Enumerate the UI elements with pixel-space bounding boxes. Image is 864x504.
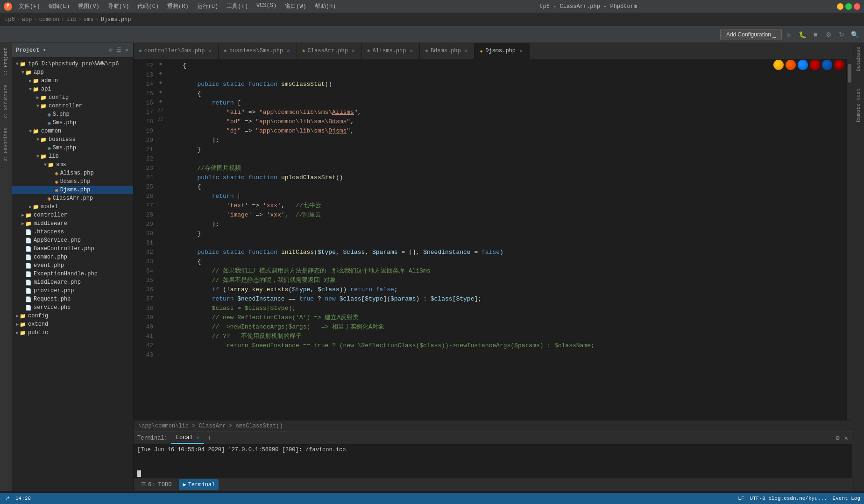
tree-app[interactable]: ▼ 📁 app: [12, 68, 133, 77]
minimize-button[interactable]: [837, 3, 843, 10]
project-close-icon[interactable]: ✕: [124, 46, 129, 55]
tree-config-root[interactable]: ▶ 📁 config: [12, 312, 133, 320]
tab-close-icon[interactable]: ✕: [286, 47, 291, 54]
terminal-close-icon[interactable]: ✕: [196, 435, 199, 441]
tab-close-icon[interactable]: ✕: [518, 48, 524, 55]
tree-admin[interactable]: ▶ 📁 admin: [12, 77, 133, 85]
tree-alisms[interactable]: ▶ ◉ Alisms.php: [12, 169, 133, 177]
browser6-icon[interactable]: [834, 60, 844, 70]
firefox-icon[interactable]: [786, 60, 796, 70]
menu-code[interactable]: 代码(C): [134, 1, 163, 11]
tree-controller[interactable]: ▼ 📁 controller: [12, 102, 133, 110]
toolbar: Add Configuration _ ▶ 🐛 ■ ⚙ ↻ 🔍: [0, 26, 864, 43]
remote-host-panel-tab[interactable]: Remote Host: [853, 84, 864, 126]
tab-alisms[interactable]: ◉ Alisms.php ✕: [362, 43, 420, 59]
activity-favorites[interactable]: 2: Favorites: [1, 125, 10, 164]
tree-basecontroller[interactable]: ▶ 📄 BaseController.php: [12, 245, 133, 253]
tab-close-icon[interactable]: ✕: [207, 47, 212, 54]
breadcrumb-lib[interactable]: lib: [66, 16, 77, 23]
update-button[interactable]: ↻: [836, 29, 847, 40]
menu-run[interactable]: 运行(U): [193, 1, 222, 11]
terminal-close-panel-icon[interactable]: ✕: [844, 434, 848, 442]
tree-event-php[interactable]: ▶ 📄 event.php: [12, 261, 133, 270]
tree-extend[interactable]: ▶ 📁 extend: [12, 320, 133, 329]
activity-structure[interactable]: Z: Structure: [1, 82, 10, 121]
bottom-tab-todo[interactable]: ☰ 6: TODO: [137, 479, 175, 490]
tree-htaccess[interactable]: ▶ 📄 .htaccess: [12, 228, 133, 236]
menu-refactor[interactable]: 重构(R): [163, 1, 192, 11]
bottom-tab-terminal[interactable]: ▶ Terminal: [179, 479, 219, 490]
breadcrumb-common[interactable]: common: [39, 16, 59, 23]
event-log-label[interactable]: Event Log: [833, 496, 860, 501]
status-encoding: UTF-8 blog.csdn.ne/kyu...: [750, 496, 827, 501]
tree-lib[interactable]: ▼ 📁 lib: [12, 152, 133, 161]
tab-bdsms[interactable]: ◉ Bdsms.php ✕: [420, 43, 474, 59]
terminal-settings-icon[interactable]: ⚙: [836, 434, 839, 442]
build-button[interactable]: ⚙: [823, 29, 834, 40]
menu-help[interactable]: 帮助(H): [311, 1, 340, 11]
activity-project[interactable]: 1: Project: [1, 45, 10, 78]
tree-provider-php[interactable]: ▶ 📄 provider.php: [12, 287, 133, 295]
tree-common[interactable]: ▼ 📁 common: [12, 127, 133, 135]
tree-appservice[interactable]: ▶ 📄 AppService.php: [12, 236, 133, 245]
editor-scrollbar[interactable]: [846, 59, 852, 420]
edge-icon[interactable]: [798, 60, 808, 70]
ie-icon[interactable]: [822, 60, 832, 70]
project-cog-icon[interactable]: ⚙: [108, 46, 113, 55]
tree-request-php[interactable]: ▶ 📄 Request.php: [12, 295, 133, 303]
tree-classarr[interactable]: ▶ ◉ ClassArr.php: [12, 194, 133, 203]
tree-controller2[interactable]: ▶ 📁 controller: [12, 211, 133, 219]
breadcrumb-file[interactable]: Djsms.php: [101, 16, 131, 23]
menu-view[interactable]: 视图(V): [74, 1, 103, 11]
debug-button[interactable]: 🐛: [797, 29, 808, 40]
close-button[interactable]: [854, 3, 860, 10]
database-panel-tab[interactable]: Database: [853, 43, 864, 75]
breadcrumb-sms[interactable]: sms: [84, 16, 94, 23]
terminal-tab-local[interactable]: Local ✕: [171, 433, 204, 444]
tree-sms-php[interactable]: ▶ ◉ Sms.php: [12, 119, 133, 127]
tree-busniess[interactable]: ▼ 📁 busniess: [12, 135, 133, 144]
tree-s-php[interactable]: ▶ ◉ S.php: [12, 110, 133, 119]
chrome-icon[interactable]: [773, 60, 784, 70]
tree-exception-php[interactable]: ▶ 📄 ExceptionHandle.php: [12, 270, 133, 278]
menu-vcs[interactable]: VCS(S): [253, 1, 280, 11]
tab-controller-sms[interactable]: ◉ controller\Sms.php ✕: [134, 43, 219, 59]
tree-bdsms[interactable]: ▶ ◉ Bdsms.php: [12, 177, 133, 186]
tree-api[interactable]: ▼ 📁 api: [12, 85, 133, 93]
tab-busniess-sms[interactable]: ◉ busniess\Sms.php ✕: [219, 43, 297, 59]
tree-model[interactable]: ▶ 📁 model: [12, 203, 133, 211]
tab-close-icon[interactable]: ✕: [464, 47, 469, 54]
breadcrumb-app[interactable]: app: [22, 16, 32, 23]
maximize-button[interactable]: [845, 3, 852, 10]
tab-classarr[interactable]: ◉ ClassArr.php ✕: [297, 43, 362, 59]
menu-nav[interactable]: 导航(N): [104, 1, 133, 11]
tree-service-php[interactable]: ▶ 📄 service.php: [12, 303, 133, 312]
tree-root[interactable]: ▼ 📁 tp6 D:\phpstudy_pro\WWW\tp6: [12, 60, 133, 68]
tree-middleware[interactable]: ▶ 📁 middleware: [12, 219, 133, 228]
tab-close-icon[interactable]: ✕: [409, 47, 414, 54]
menu-file[interactable]: 文件(F): [15, 1, 44, 11]
tree-config[interactable]: ▶ 📁 config: [12, 93, 133, 102]
tree-djsms[interactable]: ▶ ◉ Djsms.php: [12, 186, 133, 194]
opera-icon[interactable]: [810, 60, 820, 70]
project-collapse-icon[interactable]: ☰: [115, 46, 122, 55]
menu-window[interactable]: 窗口(W): [281, 1, 310, 11]
code-content[interactable]: { public static function smsClassStat() …: [164, 59, 846, 420]
tree-busniess-sms[interactable]: ▶ ◉ Sms.php: [12, 144, 133, 152]
tree-sms-folder[interactable]: ▼ 📁 sms: [12, 161, 133, 169]
run-button[interactable]: ▶: [784, 29, 795, 40]
menu-edit[interactable]: 编辑(E): [45, 1, 74, 11]
breadcrumb-tp6[interactable]: tp6: [5, 16, 15, 23]
tab-djsms[interactable]: ◉ Djsms.php ✕: [474, 43, 529, 59]
tree-middleware-php[interactable]: ▶ 📄 middleware.php: [12, 278, 133, 287]
tree-public[interactable]: ▶ 📁 public: [12, 329, 133, 337]
add-configuration-button[interactable]: Add Configuration _: [720, 29, 782, 40]
terminal-input-area[interactable]: [134, 469, 852, 478]
stop-button[interactable]: ■: [810, 29, 821, 40]
search-everywhere-button[interactable]: 🔍: [849, 29, 860, 40]
tree-common-php[interactable]: ▶ 📄 common.php: [12, 253, 133, 261]
menu-tools[interactable]: 工具(T): [223, 1, 252, 11]
tab-close-icon[interactable]: ✕: [351, 47, 356, 54]
tree-classarr-label: ClassArr.php: [53, 195, 93, 202]
terminal-add-button[interactable]: +: [208, 434, 212, 442]
